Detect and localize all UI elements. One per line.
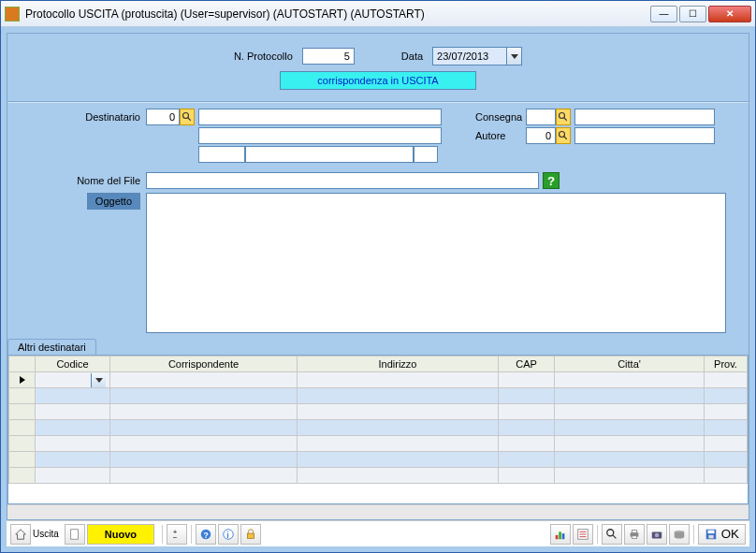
svg-rect-16 bbox=[561, 533, 564, 539]
row-pointer-icon bbox=[20, 376, 25, 384]
autore-name-input[interactable] bbox=[574, 127, 715, 144]
ok-button[interactable]: OK bbox=[698, 524, 746, 545]
grid-row[interactable] bbox=[9, 452, 748, 468]
svg-point-2 bbox=[560, 113, 565, 119]
file-help-button[interactable]: ? bbox=[543, 172, 560, 189]
grid-col-prov[interactable]: Prov. bbox=[705, 357, 748, 372]
chart-button[interactable] bbox=[550, 524, 571, 545]
maximize-button[interactable]: ☐ bbox=[679, 6, 706, 22]
grid-row[interactable] bbox=[9, 468, 748, 484]
autore-lookup-button[interactable] bbox=[556, 127, 571, 144]
svg-rect-14 bbox=[555, 534, 558, 538]
search-icon bbox=[182, 111, 193, 123]
tab-strip: Altri destinatari bbox=[7, 339, 749, 355]
add-button[interactable]: +− bbox=[167, 524, 187, 545]
main-panel: N. Protocollo Data corrispondenza in USC… bbox=[7, 33, 749, 520]
close-button[interactable]: ✕ bbox=[708, 6, 751, 22]
lock-button[interactable] bbox=[240, 524, 261, 545]
disk-icon bbox=[673, 528, 686, 541]
horizontal-scrollbar[interactable] bbox=[7, 504, 749, 519]
lock-icon bbox=[244, 528, 257, 541]
n-protocollo-input[interactable] bbox=[302, 48, 355, 65]
main-window: Protocollo USCITA (protuscita) (User=sup… bbox=[0, 0, 756, 553]
preview-button[interactable] bbox=[602, 524, 622, 545]
svg-point-0 bbox=[183, 113, 189, 119]
destinatario-city-input[interactable] bbox=[245, 146, 414, 163]
destinatario-cap-input[interactable] bbox=[198, 146, 245, 163]
destinatario-lookup-button[interactable] bbox=[180, 109, 195, 125]
date-dropdown-icon[interactable] bbox=[506, 48, 521, 65]
titlebar: Protocollo USCITA (protuscita) (User=sup… bbox=[1, 1, 755, 27]
svg-rect-13 bbox=[248, 533, 254, 538]
grid-col-rowselector[interactable] bbox=[9, 357, 36, 372]
search-icon bbox=[605, 528, 618, 541]
grid-row[interactable] bbox=[9, 404, 748, 420]
toolbar: Uscita Nuovo +− ? i OK bbox=[7, 520, 749, 546]
n-protocollo-label: N. Protocollo bbox=[234, 51, 293, 62]
camera-button[interactable] bbox=[647, 524, 667, 545]
oggetto-button[interactable]: Oggetto bbox=[87, 193, 140, 210]
grid-col-corrispondente[interactable]: Corrispondente bbox=[110, 357, 298, 372]
oggetto-textarea[interactable] bbox=[146, 193, 726, 333]
uscita-label: Uscita bbox=[33, 529, 59, 539]
disk-button[interactable] bbox=[669, 524, 690, 545]
consegna-lookup-button[interactable] bbox=[556, 109, 571, 125]
destinatario-code-input[interactable] bbox=[146, 109, 180, 125]
svg-rect-27 bbox=[707, 530, 714, 533]
consegna-name-input[interactable] bbox=[574, 109, 715, 125]
grid-col-indirizzo[interactable]: Indirizzo bbox=[298, 357, 499, 372]
client-area: N. Protocollo Data corrispondenza in USC… bbox=[1, 27, 755, 552]
svg-line-19 bbox=[613, 534, 617, 538]
destinatario-label: Destinatario bbox=[15, 111, 146, 123]
consegna-code-input[interactable] bbox=[526, 109, 556, 125]
grid-row[interactable] bbox=[9, 388, 748, 404]
destinatario-name-input[interactable] bbox=[198, 109, 442, 125]
document-icon bbox=[68, 528, 81, 541]
new-doc-button[interactable] bbox=[65, 524, 85, 545]
svg-text:?: ? bbox=[203, 530, 208, 539]
grid-row[interactable] bbox=[9, 420, 748, 436]
svg-point-24 bbox=[655, 532, 659, 536]
banner-uscita: corrispondenza in USCITA bbox=[280, 71, 476, 90]
svg-text:−: − bbox=[173, 533, 178, 541]
search-icon bbox=[558, 111, 569, 123]
svg-point-4 bbox=[560, 132, 565, 138]
svg-line-5 bbox=[564, 137, 567, 139]
grid-row[interactable] bbox=[9, 436, 748, 452]
tab-altri-destinatari[interactable]: Altri destinatari bbox=[7, 339, 96, 355]
grid[interactable]: Codice Corrispondente Indirizzo CAP Citt… bbox=[7, 355, 749, 504]
plus-icon: +− bbox=[170, 528, 183, 541]
info-button[interactable]: i bbox=[218, 524, 239, 545]
nome-file-label: Nome del File bbox=[15, 175, 146, 186]
print-button[interactable] bbox=[624, 524, 645, 545]
grid-col-cap[interactable]: CAP bbox=[499, 357, 555, 372]
divider bbox=[7, 101, 749, 103]
svg-rect-15 bbox=[559, 531, 561, 539]
printer-icon bbox=[628, 528, 641, 541]
grid-col-citta[interactable]: Citta' bbox=[555, 357, 705, 372]
svg-text:i: i bbox=[226, 530, 228, 539]
nome-file-input[interactable] bbox=[146, 172, 539, 189]
autore-code-input[interactable] bbox=[526, 127, 556, 144]
help-button[interactable]: ? bbox=[196, 524, 216, 545]
uscita-button[interactable] bbox=[10, 524, 31, 545]
grid-row[interactable] bbox=[9, 372, 748, 388]
nuovo-button[interactable]: Nuovo bbox=[87, 524, 154, 545]
svg-rect-6 bbox=[70, 529, 78, 539]
search-icon bbox=[558, 130, 569, 141]
save-icon bbox=[705, 528, 718, 541]
destinatario-addr-input[interactable] bbox=[198, 127, 442, 144]
svg-rect-22 bbox=[632, 535, 636, 538]
minimize-button[interactable]: — bbox=[650, 6, 677, 22]
destinatario-prov-input[interactable] bbox=[414, 146, 438, 163]
grid-col-codice[interactable]: Codice bbox=[36, 357, 110, 372]
info-icon: i bbox=[222, 528, 235, 541]
chevron-down-icon[interactable] bbox=[91, 373, 106, 387]
help-icon: ? bbox=[199, 528, 212, 541]
data-input[interactable] bbox=[433, 48, 506, 65]
checklist-button[interactable] bbox=[573, 524, 593, 545]
home-icon bbox=[14, 528, 27, 541]
autore-label: Autore bbox=[470, 130, 526, 141]
data-field[interactable] bbox=[432, 47, 522, 65]
chart-icon bbox=[554, 528, 567, 541]
